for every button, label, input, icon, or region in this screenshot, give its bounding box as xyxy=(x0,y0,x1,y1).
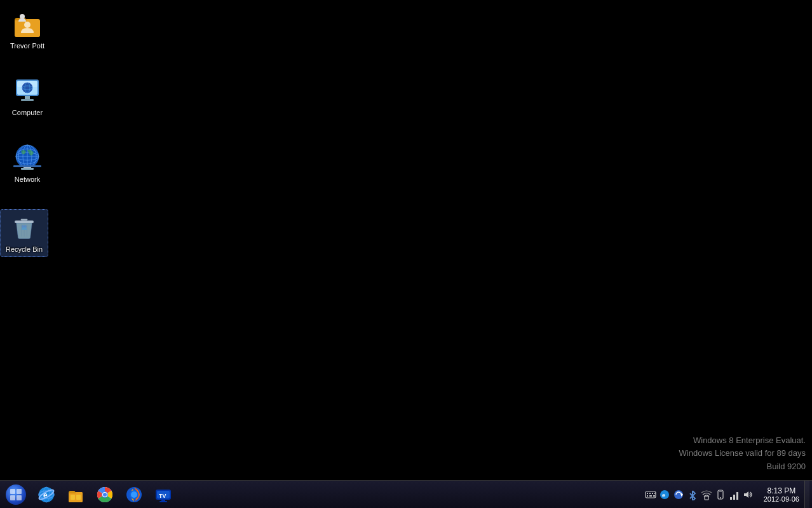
tray-ie-icon[interactable]: e xyxy=(658,488,671,501)
desktop-icon-network[interactable]: Network xyxy=(3,140,51,186)
svg-text:e: e xyxy=(662,492,665,498)
watermark-line2: Windows License valid for 89 days xyxy=(679,447,806,460)
watermark-line1: Windows 8 Enterprise Evaluat. xyxy=(679,434,806,448)
taskbar-app-explorer[interactable] xyxy=(61,481,90,509)
recycle-bin-icon-img xyxy=(9,212,39,243)
svg-rect-8 xyxy=(21,99,34,101)
trevor-pott-label: Trevor Pott xyxy=(10,42,44,50)
desktop: Trevor Pott Computer xyxy=(0,0,812,480)
tray-keyboard-icon[interactable] xyxy=(644,488,657,501)
taskbar-app-teamviewer[interactable]: TV xyxy=(149,481,178,509)
svg-rect-55 xyxy=(646,491,656,498)
svg-rect-41 xyxy=(71,495,75,500)
svg-rect-61 xyxy=(649,495,652,497)
svg-rect-31 xyxy=(17,495,22,500)
desktop-icon-computer[interactable]: Computer xyxy=(3,73,51,120)
watermark: Windows 8 Enterprise Evaluat. Windows Li… xyxy=(679,434,806,474)
svg-rect-72 xyxy=(733,495,735,500)
svg-rect-71 xyxy=(730,497,732,500)
taskbar-app-ie[interactable]: e xyxy=(32,481,61,509)
svg-rect-57 xyxy=(649,493,651,494)
taskbar-app-chrome[interactable] xyxy=(90,481,119,509)
svg-rect-59 xyxy=(654,493,656,494)
network-icon-img xyxy=(12,142,43,173)
svg-rect-62 xyxy=(653,495,655,497)
svg-text:TV: TV xyxy=(159,493,166,499)
svg-point-9 xyxy=(22,83,32,93)
tray-icons: e xyxy=(640,488,759,501)
svg-point-46 xyxy=(103,493,107,497)
svg-rect-67 xyxy=(705,497,708,500)
svg-point-2 xyxy=(24,22,30,28)
tray-network-icon[interactable] xyxy=(700,488,713,501)
tray-update-icon[interactable] xyxy=(672,488,685,501)
svg-rect-58 xyxy=(652,493,653,494)
taskbar-apps: e xyxy=(32,481,640,509)
computer-icon-img xyxy=(12,76,43,106)
trevor-pott-folder-icon xyxy=(12,9,43,39)
svg-rect-21 xyxy=(21,168,34,170)
svg-point-3 xyxy=(20,14,25,19)
svg-rect-73 xyxy=(736,492,738,500)
clock-time: 8:13 PM xyxy=(768,486,796,495)
clock-area[interactable]: 8:13 PM 2012-09-06 xyxy=(759,481,804,509)
taskbar-app-firefox[interactable] xyxy=(119,481,149,509)
show-desktop-button[interactable] xyxy=(804,481,809,509)
desktop-icon-recycle-bin[interactable]: Recycle Bin xyxy=(0,209,48,257)
svg-rect-60 xyxy=(647,495,648,497)
start-orb-icon xyxy=(6,484,26,505)
svg-rect-42 xyxy=(76,495,81,500)
svg-rect-28 xyxy=(10,489,15,494)
svg-rect-22 xyxy=(13,165,41,167)
network-label: Network xyxy=(15,175,40,184)
svg-rect-56 xyxy=(647,493,648,494)
svg-point-69 xyxy=(720,497,721,498)
tray-bluetooth-icon[interactable] xyxy=(686,488,699,501)
tray-volume-icon[interactable] xyxy=(742,488,755,501)
recycle-bin-label: Recycle Bin xyxy=(6,245,43,254)
computer-label: Computer xyxy=(12,109,43,117)
svg-rect-23 xyxy=(21,219,28,221)
system-tray: e xyxy=(640,481,812,509)
tray-signal-icon[interactable] xyxy=(728,488,741,501)
desktop-icon-trevor-pott[interactable]: Trevor Pott xyxy=(3,6,51,53)
clock-date: 2012-09-06 xyxy=(764,495,799,503)
svg-rect-24 xyxy=(15,221,34,223)
watermark-line3: Build 9200 xyxy=(679,460,806,474)
tray-phone-icon[interactable] xyxy=(714,488,727,501)
svg-rect-54 xyxy=(159,501,167,502)
svg-rect-30 xyxy=(10,495,15,500)
svg-rect-29 xyxy=(17,489,22,494)
svg-point-49 xyxy=(131,491,137,498)
start-button[interactable] xyxy=(0,481,32,509)
svg-marker-74 xyxy=(744,491,748,498)
taskbar: e xyxy=(0,480,812,508)
